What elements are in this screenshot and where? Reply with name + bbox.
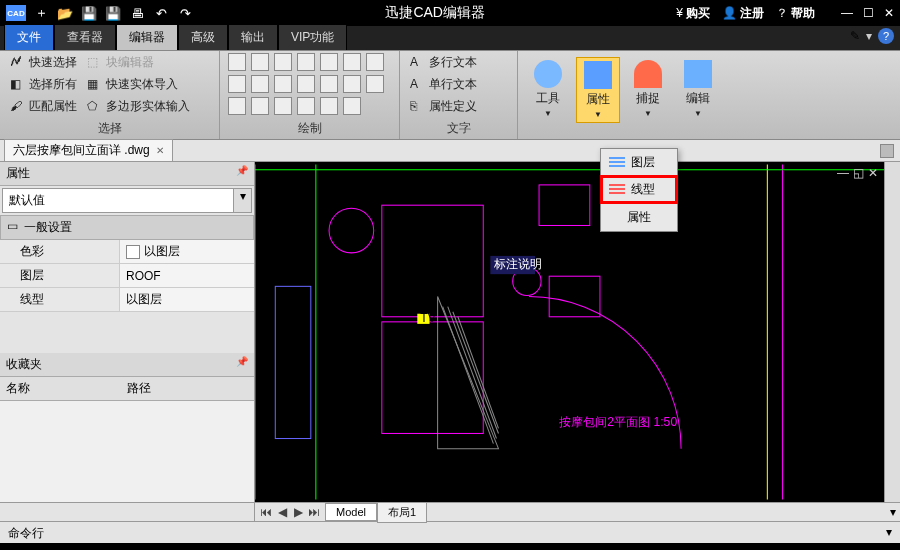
next-icon[interactable]: ▶: [291, 505, 305, 519]
properties-panel: 属性📌 默认值▾ ▭一般设置 色彩以图层 图层ROOF 线型以图层 收藏夹📌 名…: [0, 162, 255, 502]
prop-layer[interactable]: 图层ROOF: [0, 264, 254, 288]
pin-icon[interactable]: 📌: [236, 356, 248, 373]
layout-dropdown[interactable]: ▾: [890, 505, 896, 519]
drawing-canvas[interactable]: —◱✕ 标注说明 按摩包间2平面图 1:50 TV: [255, 162, 884, 502]
close-doc-icon[interactable]: ✕: [156, 145, 164, 156]
svg-line-17: [458, 317, 499, 429]
draw-tool[interactable]: [228, 75, 246, 93]
help-icon[interactable]: ?: [878, 28, 894, 44]
mtext-button[interactable]: A多行文本: [408, 53, 479, 72]
ribbon: 🗲快速选择 ◧选择所有 🖌匹配属性 ⬚块编辑器 ▦快速实体导入 ⬠多边形实体输入…: [0, 50, 900, 140]
minimize-button[interactable]: —: [841, 6, 853, 20]
draw-tool[interactable]: [343, 53, 361, 71]
draw-tool[interactable]: [274, 97, 292, 115]
save-icon[interactable]: 💾: [80, 4, 98, 22]
tab-model[interactable]: Model: [325, 503, 377, 521]
default-combo[interactable]: 默认值▾: [2, 188, 252, 213]
attrdef-button[interactable]: ⎘属性定义: [408, 97, 479, 116]
new-icon[interactable]: ＋: [32, 4, 50, 22]
prev-icon[interactable]: ◀: [275, 505, 289, 519]
draw-tool[interactable]: [251, 97, 269, 115]
draw-tool[interactable]: [343, 97, 361, 115]
draw-tool[interactable]: [366, 75, 384, 93]
draw-tool[interactable]: [320, 53, 338, 71]
layout-tabs: ⏮◀▶⏭ Model 布局1 ▾: [0, 502, 900, 521]
document-tab[interactable]: 六层按摩包间立面详 .dwg✕: [4, 139, 173, 162]
draw-tool[interactable]: [297, 97, 315, 115]
first-icon[interactable]: ⏮: [259, 505, 273, 519]
tab-output[interactable]: 输出: [228, 24, 278, 50]
document-tabs: 六层按摩包间立面详 .dwg✕: [0, 140, 900, 162]
popup-layers[interactable]: 图层: [601, 149, 677, 176]
svg-rect-1: [382, 322, 483, 434]
tab-file[interactable]: 文件: [4, 24, 54, 50]
command-line[interactable]: 命令行▾: [0, 521, 900, 543]
prop-color[interactable]: 色彩以图层: [0, 240, 254, 264]
favorites-title: 收藏夹: [6, 356, 42, 373]
props-button[interactable]: 属性▼: [576, 57, 620, 123]
vp-close-icon[interactable]: ✕: [868, 166, 878, 180]
linetype-icon: [609, 184, 625, 196]
pin-icon[interactable]: 📌: [236, 165, 248, 182]
snap-button[interactable]: 捕捉▼: [626, 57, 670, 121]
draw-tool[interactable]: [297, 53, 315, 71]
draw-tool[interactable]: [366, 53, 384, 71]
undo-icon[interactable]: ↶: [152, 4, 170, 22]
pen-icon[interactable]: ✎: [850, 29, 860, 43]
redo-icon[interactable]: ↷: [176, 4, 194, 22]
help-link[interactable]: ？帮助: [776, 5, 815, 22]
draw-tool[interactable]: [297, 75, 315, 93]
props-title: 属性: [6, 165, 30, 182]
tab-vip[interactable]: VIP功能: [278, 24, 347, 50]
cmd-dropdown[interactable]: ▾: [886, 525, 892, 540]
draw-tool[interactable]: [343, 75, 361, 93]
category-general[interactable]: ▭一般设置: [0, 215, 254, 240]
svg-text:TV: TV: [420, 311, 436, 325]
draw-tool[interactable]: [251, 75, 269, 93]
svg-line-15: [448, 307, 497, 439]
svg-rect-13: [275, 286, 311, 438]
register-link[interactable]: 👤 注册: [722, 5, 764, 22]
vp-max-icon[interactable]: ◱: [853, 166, 864, 180]
draw-tool[interactable]: [320, 97, 338, 115]
menu-tabs: 文件 查看器 编辑器 高级 输出 VIP功能: [0, 26, 900, 50]
print-icon[interactable]: 🖶: [128, 4, 146, 22]
open-icon[interactable]: 📂: [56, 4, 74, 22]
solid-import-button[interactable]: ▦快速实体导入: [85, 75, 192, 94]
quick-select-button[interactable]: 🗲快速选择: [8, 53, 79, 72]
popup-props[interactable]: 属性: [601, 203, 677, 231]
close-button[interactable]: ✕: [884, 6, 894, 20]
tab-dropdown[interactable]: [880, 144, 894, 158]
tab-layout1[interactable]: 布局1: [377, 502, 427, 523]
select-all-button[interactable]: ◧选择所有: [8, 75, 79, 94]
draw-tool[interactable]: [274, 53, 292, 71]
edit-button[interactable]: 编辑▼: [676, 57, 720, 121]
draw-tool[interactable]: [228, 97, 246, 115]
draw-tool[interactable]: [251, 53, 269, 71]
group-select-label: 选择: [8, 118, 211, 139]
svg-rect-3: [539, 185, 590, 226]
vertical-scrollbar[interactable]: [884, 162, 900, 502]
buy-link[interactable]: ¥ 购买: [676, 5, 710, 22]
saveas-icon[interactable]: 💾: [104, 4, 122, 22]
tab-editor[interactable]: 编辑器: [116, 24, 178, 50]
app-title: 迅捷CAD编辑器: [194, 4, 676, 22]
tools-button[interactable]: 工具▼: [526, 57, 570, 121]
svg-line-14: [443, 307, 494, 444]
draw-tool[interactable]: [228, 53, 246, 71]
prop-linetype[interactable]: 线型以图层: [0, 288, 254, 312]
vp-min-icon[interactable]: —: [837, 166, 849, 180]
draw-tool[interactable]: [274, 75, 292, 93]
last-icon[interactable]: ⏭: [307, 505, 321, 519]
chevron-down-icon[interactable]: ▾: [233, 189, 251, 212]
tab-viewer[interactable]: 查看器: [54, 24, 116, 50]
tab-advanced[interactable]: 高级: [178, 24, 228, 50]
match-props-button[interactable]: 🖌匹配属性: [8, 97, 79, 116]
stext-button[interactable]: A单行文本: [408, 75, 479, 94]
popup-linetype[interactable]: 线型: [601, 176, 677, 203]
draw-tool[interactable]: [320, 75, 338, 93]
title-bar: CAD ＋ 📂 💾 💾 🖶 ↶ ↷ 迅捷CAD编辑器 ¥ 购买 👤 注册 ？帮助…: [0, 0, 900, 26]
poly-input-button[interactable]: ⬠多边形实体输入: [85, 97, 192, 116]
group-draw-label: 绘制: [228, 118, 391, 139]
maximize-button[interactable]: ☐: [863, 6, 874, 20]
